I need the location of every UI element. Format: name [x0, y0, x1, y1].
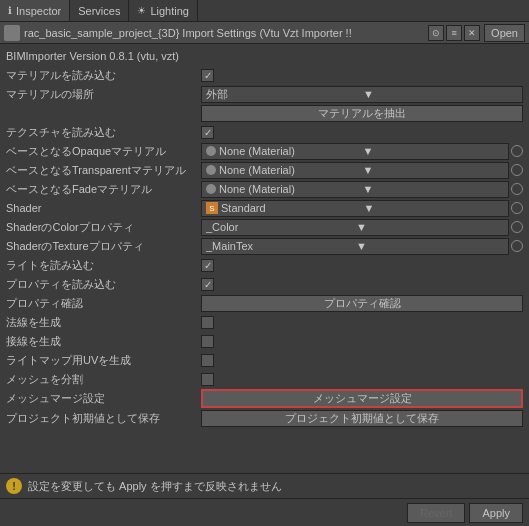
select-circle-transparent[interactable]: [511, 164, 523, 176]
material-circle-icon-2: [206, 165, 216, 175]
revert-button[interactable]: Revert: [407, 503, 465, 523]
select-circle-color[interactable]: [511, 221, 523, 233]
select-circle-shader[interactable]: [511, 202, 523, 214]
action-bar: Revert Apply: [0, 498, 529, 526]
prop-row-property-confirm: プロパティ確認 プロパティ確認: [6, 294, 523, 312]
label-opaque-material: ベースとなるOpaqueマテリアル: [6, 144, 201, 159]
chevron-down-icon-5: ▼: [364, 202, 505, 214]
dropdown-shader-color[interactable]: _Color ▼: [201, 219, 509, 236]
dropdown-shader[interactable]: S Standard ▼: [201, 200, 509, 217]
label-mesh-split: メッシュを分割: [6, 372, 201, 387]
chevron-down-icon-3: ▼: [363, 164, 505, 176]
header-bar: rac_basic_sample_project_{3D} Import Set…: [0, 22, 529, 44]
label-lightmap-uv: ライトマップ用UVを生成: [6, 353, 201, 368]
open-button[interactable]: Open: [484, 24, 525, 42]
prop-row-normals: 法線を生成: [6, 313, 523, 331]
chevron-down-icon-7: ▼: [356, 240, 504, 252]
select-circle-texture[interactable]: [511, 240, 523, 252]
mesh-merge-button[interactable]: メッシュマージ設定: [201, 389, 523, 408]
prop-row-save-default: プロジェクト初期値として保存 プロジェクト初期値として保存: [6, 409, 523, 427]
select-circle-fade[interactable]: [511, 183, 523, 195]
chevron-down-icon-6: ▼: [356, 221, 504, 233]
material-circle-icon-3: [206, 184, 216, 194]
prop-row-property-load: プロパティを読み込む: [6, 275, 523, 293]
file-icon: [4, 25, 20, 41]
tab-lighting[interactable]: ☀ Lighting: [129, 0, 198, 21]
label-material-location: マテリアルの場所: [6, 87, 201, 102]
chevron-down-icon-4: ▼: [363, 183, 505, 195]
prop-row-material-extract: マテリアルを抽出: [6, 104, 523, 122]
prop-row-shader-texture: ShaderのTextureプロパティ _MainTex ▼: [6, 237, 523, 255]
prop-row-lightmap-uv: ライトマップ用UVを生成: [6, 351, 523, 369]
extract-material-button[interactable]: マテリアルを抽出: [201, 105, 523, 122]
footer: ! 設定を変更しても Apply を押すまで反映されません Revert App…: [0, 473, 529, 526]
checkbox-tangents[interactable]: [201, 335, 214, 348]
inspector-icon: ℹ: [8, 5, 12, 16]
dropdown-opaque-material[interactable]: None (Material) ▼: [201, 143, 509, 160]
tab-services[interactable]: Services: [70, 0, 129, 21]
checkbox-lightmap-uv[interactable]: [201, 354, 214, 367]
apply-button[interactable]: Apply: [469, 503, 523, 523]
label-texture-load: テクスチャを読み込む: [6, 125, 201, 140]
label-tangents: 接線を生成: [6, 334, 201, 349]
label-light-load: ライトを読み込む: [6, 258, 201, 273]
dropdown-transparent-material[interactable]: None (Material) ▼: [201, 162, 509, 179]
checkbox-normals[interactable]: [201, 316, 214, 329]
checkbox-property-load[interactable]: [201, 278, 214, 291]
warning-bar: ! 設定を変更しても Apply を押すまで反映されません: [0, 473, 529, 498]
checkbox-mesh-split[interactable]: [201, 373, 214, 386]
material-circle-icon: [206, 146, 216, 156]
content-area: BIMImporter Version 0.8.1 (vtu, vzt) マテリ…: [0, 44, 529, 462]
chevron-down-icon: ▼: [363, 88, 518, 100]
prop-row-light-load: ライトを読み込む: [6, 256, 523, 274]
close-button[interactable]: ✕: [464, 25, 480, 41]
label-shader-texture: ShaderのTextureプロパティ: [6, 239, 201, 254]
label-property-confirm: プロパティ確認: [6, 296, 201, 311]
checkbox-light-load[interactable]: [201, 259, 214, 272]
label-transparent-material: ベースとなるTransparentマテリアル: [6, 163, 201, 178]
label-normals: 法線を生成: [6, 315, 201, 330]
prop-row-mesh-merge: メッシュマージ設定 メッシュマージ設定: [6, 389, 523, 408]
dropdown-fade-material[interactable]: None (Material) ▼: [201, 181, 509, 198]
warning-icon: !: [6, 478, 22, 494]
select-circle-opaque[interactable]: [511, 145, 523, 157]
property-confirm-button[interactable]: プロパティ確認: [201, 295, 523, 312]
label-shader: Shader: [6, 202, 201, 214]
label-save-default: プロジェクト初期値として保存: [6, 411, 201, 426]
label-fade-material: ベースとなるFadeマテリアル: [6, 182, 201, 197]
pin-button[interactable]: ⊙: [428, 25, 444, 41]
header-buttons: ⊙ ≡ ✕: [428, 25, 480, 41]
shader-icon: S: [206, 202, 218, 214]
tab-lighting-label: Lighting: [150, 5, 189, 17]
prop-row-fade-material: ベースとなるFadeマテリアル None (Material) ▼: [6, 180, 523, 198]
lighting-icon: ☀: [137, 5, 146, 16]
label-material-load: マテリアルを読み込む: [6, 68, 201, 83]
warning-text: 設定を変更しても Apply を押すまで反映されません: [28, 479, 282, 494]
checkbox-texture-load[interactable]: [201, 126, 214, 139]
chevron-down-icon-2: ▼: [363, 145, 505, 157]
tab-services-label: Services: [78, 5, 120, 17]
prop-row-opaque-material: ベースとなるOpaqueマテリアル None (Material) ▼: [6, 142, 523, 160]
checkbox-material-load[interactable]: [201, 69, 214, 82]
tab-inspector[interactable]: ℹ Inspector: [0, 0, 70, 21]
menu-button[interactable]: ≡: [446, 25, 462, 41]
save-default-button[interactable]: プロジェクト初期値として保存: [201, 410, 523, 427]
label-mesh-merge: メッシュマージ設定: [6, 391, 201, 406]
prop-row-material-load: マテリアルを読み込む: [6, 66, 523, 84]
label-property-load: プロパティを読み込む: [6, 277, 201, 292]
label-shader-color: ShaderのColorプロパティ: [6, 220, 201, 235]
tab-inspector-label: Inspector: [16, 5, 61, 17]
prop-row-tangents: 接線を生成: [6, 332, 523, 350]
header-title: rac_basic_sample_project_{3D} Import Set…: [24, 27, 424, 39]
prop-row-shader-color: ShaderのColorプロパティ _Color ▼: [6, 218, 523, 236]
prop-row-material-location: マテリアルの場所 外部 ▼: [6, 85, 523, 103]
prop-row-shader: Shader S Standard ▼: [6, 199, 523, 217]
dropdown-shader-texture[interactable]: _MainTex ▼: [201, 238, 509, 255]
dropdown-material-location[interactable]: 外部 ▼: [201, 86, 523, 103]
version-label: BIMImporter Version 0.8.1 (vtu, vzt): [6, 48, 523, 66]
tab-bar: ℹ Inspector Services ☀ Lighting: [0, 0, 529, 22]
prop-row-mesh-split: メッシュを分割: [6, 370, 523, 388]
prop-row-texture-load: テクスチャを読み込む: [6, 123, 523, 141]
prop-row-transparent-material: ベースとなるTransparentマテリアル None (Material) ▼: [6, 161, 523, 179]
